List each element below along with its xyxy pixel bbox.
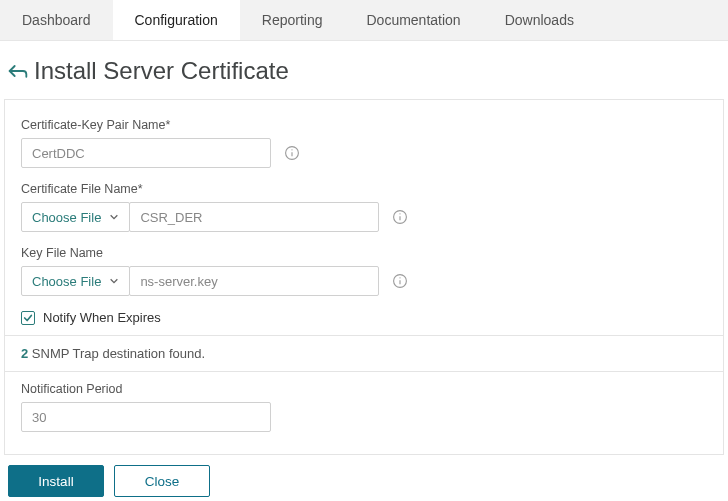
install-button[interactable]: Install (8, 465, 104, 497)
divider (5, 335, 723, 336)
back-arrow-icon[interactable] (8, 61, 28, 81)
tab-documentation[interactable]: Documentation (344, 0, 482, 40)
divider (5, 371, 723, 372)
snmp-status-line: 2 SNMP Trap destination found. (21, 346, 707, 361)
field-key-file: Key File Name Choose File (21, 246, 707, 296)
label-notification-period: Notification Period (21, 382, 707, 396)
button-row: Install Close (4, 465, 724, 497)
info-icon[interactable] (391, 272, 409, 290)
info-icon[interactable] (391, 208, 409, 226)
snmp-text: SNMP Trap destination found. (28, 346, 205, 361)
tab-configuration[interactable]: Configuration (113, 0, 240, 40)
form-panel: Certificate-Key Pair Name* Certificate F… (4, 99, 724, 455)
tab-downloads[interactable]: Downloads (483, 0, 596, 40)
field-notification-period: Notification Period (21, 382, 707, 432)
label-cert-key-pair: Certificate-Key Pair Name* (21, 118, 707, 132)
input-cert-file[interactable] (129, 202, 379, 232)
top-tabs: Dashboard Configuration Reporting Docume… (0, 0, 728, 41)
field-cert-file: Certificate File Name* Choose File (21, 182, 707, 232)
svg-point-5 (400, 213, 401, 214)
input-key-file[interactable] (129, 266, 379, 296)
label-notify-expires: Notify When Expires (43, 310, 161, 325)
chevron-down-icon (109, 210, 119, 225)
info-icon[interactable] (283, 144, 301, 162)
svg-point-2 (291, 149, 292, 150)
row-notify-expires: Notify When Expires (21, 310, 707, 325)
page-header: Install Server Certificate (0, 41, 728, 99)
svg-point-8 (400, 277, 401, 278)
chevron-down-icon (109, 274, 119, 289)
field-cert-key-pair: Certificate-Key Pair Name* (21, 118, 707, 168)
page-title: Install Server Certificate (34, 57, 289, 85)
tab-reporting[interactable]: Reporting (240, 0, 345, 40)
input-notification-period[interactable] (21, 402, 271, 432)
choose-file-label: Choose File (32, 274, 101, 289)
close-button[interactable]: Close (114, 465, 210, 497)
label-cert-file: Certificate File Name* (21, 182, 707, 196)
label-key-file: Key File Name (21, 246, 707, 260)
checkbox-notify-expires[interactable] (21, 311, 35, 325)
choose-file-label: Choose File (32, 210, 101, 225)
choose-file-key[interactable]: Choose File (21, 266, 130, 296)
input-cert-key-pair[interactable] (21, 138, 271, 168)
choose-file-cert[interactable]: Choose File (21, 202, 130, 232)
tab-dashboard[interactable]: Dashboard (0, 0, 113, 40)
